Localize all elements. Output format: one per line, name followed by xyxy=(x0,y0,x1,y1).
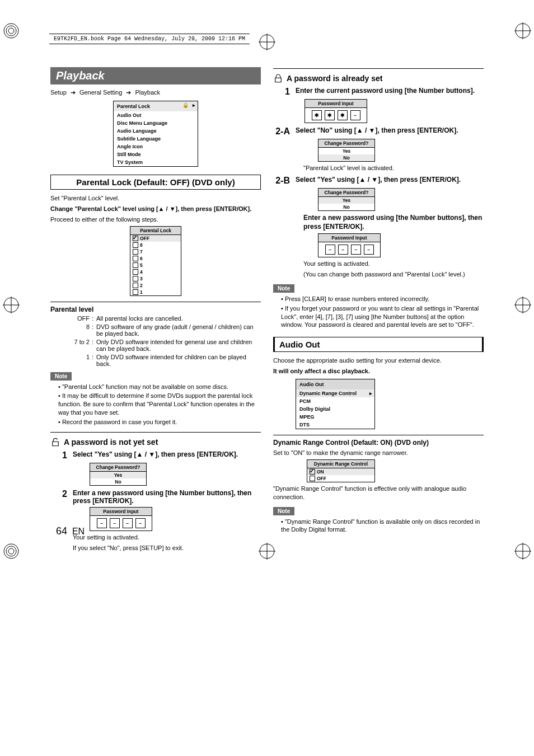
note-label: Note xyxy=(50,372,72,381)
menu-item: Audio Language xyxy=(114,127,198,135)
heading-text: A password is already set xyxy=(287,74,382,83)
step-number: 1 xyxy=(285,87,290,96)
text-audio-out-desc: Choose the appropriate audio setting for… xyxy=(273,356,484,365)
menu-item-no: No xyxy=(318,204,374,210)
password-cell: ✱ xyxy=(325,110,335,120)
password-cell: – xyxy=(135,518,146,528)
text-drc-note: "Dynamic Range Control" function is effe… xyxy=(273,485,484,501)
password-cell: – xyxy=(351,245,361,255)
menu-item-yes: Yes xyxy=(318,197,374,204)
breadcrumb-b: General Setting xyxy=(79,89,122,96)
password-cell: – xyxy=(350,110,360,120)
checkbox-icon xyxy=(133,256,138,261)
menu-item-label: 1 xyxy=(140,289,143,295)
caret-right-icon: ▸ xyxy=(369,391,372,396)
checkbox-icon xyxy=(310,469,315,475)
note-list: "Parental Lock" function may not be avai… xyxy=(53,383,261,426)
note-label: Note xyxy=(273,507,294,515)
heading-password-already-set: A password is already set xyxy=(273,73,484,83)
page-number-value: 64 xyxy=(56,525,67,537)
panel-header: Password Input xyxy=(305,100,367,108)
page-number: 64 EN xyxy=(56,525,85,537)
password-cell: – xyxy=(123,518,133,528)
lock-icon xyxy=(273,73,283,83)
checkbox-icon xyxy=(133,236,138,241)
panel-header: Password Input xyxy=(90,508,152,516)
menu-item: Dolby Digital xyxy=(296,405,374,413)
menu-header: Parental Lock xyxy=(130,227,181,235)
menu-item-label: 4 xyxy=(140,269,143,275)
password-input-panel: Password Input – – – – xyxy=(90,507,152,531)
level-desc: Only DVD software intended for children … xyxy=(96,354,261,367)
menu-header: Change Password? xyxy=(318,189,374,197)
menu-item-label: Parental Lock xyxy=(117,104,150,109)
playback-menu-panel: Parental Lock 🔒 ▸ Audio Out Disc Menu La… xyxy=(113,101,198,167)
menu-item-no: No xyxy=(318,154,374,161)
checkbox-icon xyxy=(133,242,138,248)
menu-item-label: ON xyxy=(317,469,324,475)
text-set-parental: Set "Parental Lock" level. xyxy=(50,194,261,203)
checkbox-icon xyxy=(133,269,138,275)
note-item: "Dynamic Range Control" function is avai… xyxy=(281,518,484,534)
registration-mark xyxy=(3,297,20,313)
text-if-no: If you select "No", press [SETUP] to exi… xyxy=(73,544,261,552)
arrow-right-icon: ➔ xyxy=(126,89,131,96)
menu-item-label: OFF xyxy=(140,236,149,241)
heading-password-not-set: A password is not yet set xyxy=(50,437,261,447)
menu-item-label: 3 xyxy=(140,276,143,281)
note-list: "Dynamic Range Control" function is avai… xyxy=(275,518,484,534)
text-pl-activated: "Parental Lock" level is activated. xyxy=(303,164,484,172)
note-item: It may be difficult to determine if some… xyxy=(58,392,261,417)
level-desc: All parental locks are cancelled. xyxy=(96,315,261,322)
svg-point-2 xyxy=(8,28,14,34)
note-item: Press [CLEAR] to erase numbers entered i… xyxy=(281,295,484,303)
checkbox-icon xyxy=(133,249,138,255)
text-you-can-change: (You can change both password and "Paren… xyxy=(303,270,484,279)
checkbox-icon xyxy=(133,283,138,288)
drc-menu: Dynamic Range Control ON OFF xyxy=(307,459,375,482)
registration-mark xyxy=(514,297,531,313)
text-change-parental: Change "Parental Lock" level using [▲ / … xyxy=(50,205,261,213)
heading-parental-lock: Parental Lock (Default: OFF) (DVD only) xyxy=(50,175,261,190)
menu-item: TV System xyxy=(114,158,198,166)
note-list: Press [CLEAR] to erase numbers entered i… xyxy=(275,295,484,329)
menu-item-label: 6 xyxy=(140,256,143,261)
breadcrumb-c: Playback xyxy=(135,89,160,96)
step-text: Select "No" using [▲ / ▼], then press [E… xyxy=(296,126,458,134)
menu-item: Disc Menu Language xyxy=(114,119,198,127)
menu-item: Angle Icon xyxy=(114,143,198,151)
note-item: Record the password in case you forget i… xyxy=(58,418,261,426)
step-number: 2-A xyxy=(275,126,290,136)
step-text: Enter the current password using [the Nu… xyxy=(296,87,475,95)
menu-item: Audio Out xyxy=(114,111,198,119)
checkbox-icon xyxy=(310,476,315,481)
section-title-playback: Playback xyxy=(50,67,261,84)
change-password-menu: Change Password? Yes No xyxy=(90,463,147,486)
level-desc: Only DVD software intended for general u… xyxy=(96,339,261,352)
menu-item-yes: Yes xyxy=(90,472,146,478)
menu-item-label: 8 xyxy=(140,242,143,248)
level-desc: DVD software of any grade (adult / gener… xyxy=(96,323,261,337)
text-proceed: Proceed to either of the following steps… xyxy=(50,215,261,224)
password-cell: – xyxy=(325,245,335,255)
password-cell: – xyxy=(364,245,374,255)
heading-drc: Dynamic Range Control (Default: ON) (DVD… xyxy=(273,439,484,447)
breadcrumb: Setup ➔ General Setting ➔ Playback xyxy=(50,89,261,96)
menu-item-yes: Yes xyxy=(318,148,374,154)
svg-point-7 xyxy=(6,546,16,556)
password-input-panel: Password Input – – – – xyxy=(318,233,381,257)
text-setting-activated: Your setting is activated. xyxy=(303,260,484,268)
svg-point-8 xyxy=(8,548,14,554)
password-input-panel: Password Input ✱ ✱ ✱ – xyxy=(305,99,367,123)
menu-item: MPEG xyxy=(296,413,374,421)
change-password-menu: Change Password? Yes No xyxy=(318,188,375,211)
breadcrumb-a: Setup xyxy=(50,89,67,96)
text-enter-new-pw: Enter a new password using [the Number b… xyxy=(303,213,484,231)
note-item: "Parental Lock" function may not be avai… xyxy=(58,383,261,391)
level-key: OFF xyxy=(60,315,92,322)
step-text: Select "Yes" using [▲ / ▼], then press [… xyxy=(73,450,238,458)
step-text: Enter a new password using [the Number b… xyxy=(73,489,251,505)
svg-point-1 xyxy=(6,26,16,36)
page-lang: EN xyxy=(72,527,85,536)
password-cell: – xyxy=(110,518,120,528)
